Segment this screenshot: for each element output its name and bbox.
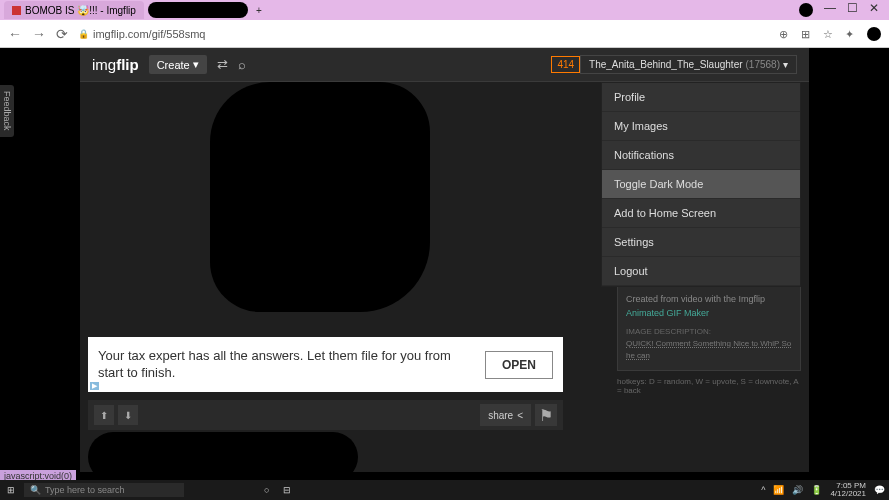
shuffle-icon[interactable]: ⇄ (217, 57, 228, 72)
site-header: imgflip Create▾ ⇄ ⌕ 414 The_Anita_Behind… (80, 48, 809, 82)
ad-banner[interactable]: Your tax expert has all the answers. Let… (88, 337, 563, 392)
points-badge[interactable]: 414 (551, 56, 580, 73)
search-icon: 🔍 (30, 485, 41, 495)
clock[interactable]: 7:05 PM 4/12/2021 (830, 482, 866, 498)
share-icon: < (517, 410, 523, 421)
share-button[interactable]: share< (480, 404, 531, 426)
action-right: share< ⚑ (480, 404, 557, 426)
logo[interactable]: imgflip (92, 56, 139, 73)
chevron-down-icon: ▾ (783, 59, 788, 70)
taskbar: ⊞ 🔍 Type here to search ○ ⊟ ^ 📶 🔊 🔋 7:05… (0, 480, 889, 500)
username: The_Anita_Behind_The_Slaughter (589, 59, 742, 70)
url-box[interactable]: 🔒 imgflip.com/gif/558smq (78, 28, 769, 40)
reload-button[interactable]: ⟳ (56, 26, 68, 42)
taskbar-search[interactable]: 🔍 Type here to search (24, 483, 184, 497)
dropdown-add-home[interactable]: Add to Home Screen (602, 199, 800, 228)
browser-tab[interactable]: BOMOB IS 🤯!!! - Imgflip (4, 1, 144, 19)
dropdown-toggle-dark-mode[interactable]: Toggle Dark Mode (602, 170, 800, 199)
flag-button[interactable]: ⚑ (535, 404, 557, 426)
start-button[interactable]: ⊞ (4, 483, 18, 497)
taskview-icon[interactable]: ⊟ (283, 485, 291, 495)
image-desc: QUICK! Comment Something Nice to WhiP So… (626, 338, 792, 362)
puzzle-icon[interactable]: ✦ (845, 28, 857, 40)
back-button[interactable]: ← (8, 26, 22, 42)
maximize-button[interactable]: ☐ (847, 3, 857, 13)
taskbar-app-icons: ○ ⊟ (264, 485, 291, 495)
username-dropdown[interactable]: The_Anita_Behind_The_Slaughter (17568) ▾ (580, 55, 797, 74)
redacted-tab (148, 2, 248, 18)
ad-open-button[interactable]: OPEN (485, 351, 553, 379)
ad-text: Your tax expert has all the answers. Let… (98, 348, 475, 382)
image-desc-label: IMAGE DESCRIPTION: (626, 326, 792, 338)
wifi-icon[interactable]: 📶 (773, 485, 784, 495)
url-text: imgflip.com/gif/558smq (93, 28, 206, 40)
user-area: 414 The_Anita_Behind_The_Slaughter (1756… (551, 55, 797, 74)
upvote-button[interactable]: ⬆ (94, 405, 114, 425)
hotkeys-hint: hotkeys: D = random, W = upvote, S = dow… (617, 377, 801, 395)
window-controls: — ☐ ✕ (799, 3, 885, 17)
dropdown-profile[interactable]: Profile (602, 83, 800, 112)
redacted-comments (88, 432, 358, 482)
install-icon[interactable]: ⊞ (801, 28, 813, 40)
star-icon[interactable]: ☆ (823, 28, 835, 40)
favicon (12, 6, 21, 15)
translate-icon[interactable]: ⊕ (779, 28, 791, 40)
redacted-avatar (867, 27, 881, 41)
lock-icon: 🔒 (78, 29, 89, 39)
feedback-tab[interactable]: Feedback (0, 85, 14, 137)
dropdown-settings[interactable]: Settings (602, 228, 800, 257)
battery-icon[interactable]: 🔋 (811, 485, 822, 495)
dropdown-my-images[interactable]: My Images (602, 112, 800, 141)
system-tray: ^ 📶 🔊 🔋 7:05 PM 4/12/2021 💬 (761, 482, 885, 498)
new-tab-button[interactable]: + (256, 5, 262, 16)
create-button[interactable]: Create▾ (149, 55, 207, 74)
redacted-icon (799, 3, 813, 17)
sidebar-info-box: Created from video with the Imgflip Anim… (617, 284, 801, 371)
redacted-image (210, 82, 430, 312)
address-bar: ← → ⟳ 🔒 imgflip.com/gif/558smq ⊕ ⊞ ☆ ✦ (0, 20, 889, 48)
minimize-button[interactable]: — (825, 3, 835, 13)
close-button[interactable]: ✕ (869, 3, 879, 13)
created-text: Created from video with the Imgflip (626, 294, 765, 304)
content-area: Your tax expert has all the answers. Let… (80, 82, 609, 472)
extension-icons: ⊕ ⊞ ☆ ✦ (779, 27, 881, 41)
user-count: (17568) (746, 59, 780, 70)
tab-title: BOMOB IS 🤯!!! - Imgflip (25, 5, 136, 16)
search-placeholder: Type here to search (45, 485, 125, 495)
forward-button[interactable]: → (32, 26, 46, 42)
browser-tab-bar: BOMOB IS 🤯!!! - Imgflip + — ☐ ✕ (0, 0, 889, 20)
dropdown-notifications[interactable]: Notifications (602, 141, 800, 170)
downvote-button[interactable]: ⬇ (118, 405, 138, 425)
ad-badge: ▶ (90, 382, 99, 390)
chevron-down-icon: ▾ (193, 58, 199, 71)
gif-maker-link[interactable]: Animated GIF Maker (626, 308, 709, 318)
cortana-icon[interactable]: ○ (264, 485, 269, 495)
search-icon[interactable]: ⌕ (238, 57, 246, 72)
vote-buttons: ⬆ ⬇ (94, 405, 138, 425)
action-bar: ⬆ ⬇ share< ⚑ (88, 400, 563, 430)
tray-chevron-icon[interactable]: ^ (761, 485, 765, 495)
dropdown-logout[interactable]: Logout (602, 257, 800, 286)
user-dropdown-menu: Profile My Images Notifications Toggle D… (601, 82, 801, 287)
notifications-icon[interactable]: 💬 (874, 485, 885, 495)
volume-icon[interactable]: 🔊 (792, 485, 803, 495)
